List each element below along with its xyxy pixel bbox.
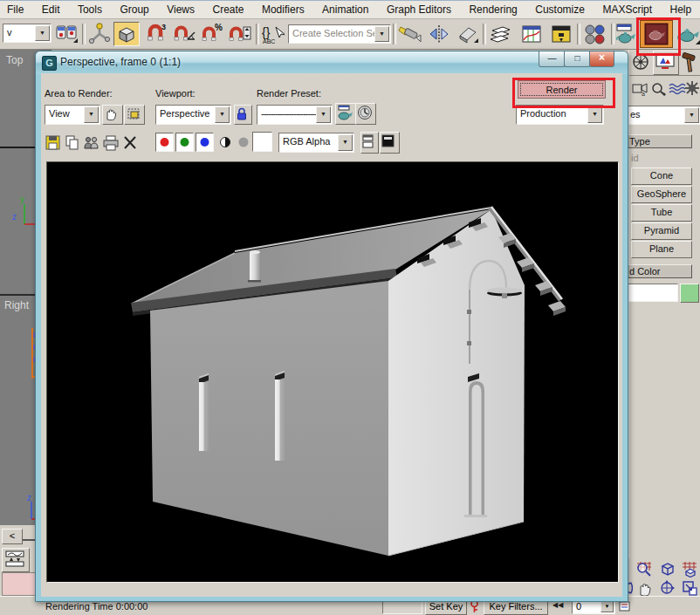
environment-effects-button[interactable] <box>355 103 376 125</box>
snaps-toggle-3d-button[interactable]: 3 <box>144 22 168 46</box>
menu-create[interactable]: Create <box>205 1 250 16</box>
menu-group[interactable]: Group <box>113 1 155 16</box>
zoom-all-button[interactable] <box>635 560 655 577</box>
menu-animation[interactable]: Animation <box>315 1 375 16</box>
menu-modifiers[interactable]: Modifiers <box>255 1 312 16</box>
panel-divider <box>629 75 700 76</box>
maximize-viewport-toggle-button[interactable] <box>681 579 700 597</box>
menu-edit[interactable]: Edit <box>35 1 67 16</box>
object-button-cone[interactable]: Cone <box>631 167 692 185</box>
category-systems-icon[interactable] <box>683 79 700 97</box>
object-button-geosphere[interactable]: GeoSphere <box>631 186 692 203</box>
curve-editor-button[interactable] <box>519 22 544 46</box>
viewport-label-top[interactable]: Top <box>6 54 23 66</box>
svg-text:{}: {} <box>262 25 271 39</box>
menu-tools[interactable]: Tools <box>71 1 109 16</box>
flashlight-icon <box>397 22 422 46</box>
chevron-down-icon[interactable]: ▼ <box>600 600 614 612</box>
clear-color-swatch[interactable] <box>252 132 272 152</box>
arc-rotate-button[interactable] <box>658 579 677 597</box>
chevron-down-icon[interactable]: ▼ <box>35 25 50 41</box>
sub-region-pan-button[interactable] <box>102 105 123 125</box>
utilities-tab[interactable] <box>680 51 699 72</box>
blue-channel-button[interactable] <box>196 133 214 152</box>
menu-views[interactable]: Views <box>160 1 202 16</box>
zoom-extents-button[interactable] <box>658 560 677 577</box>
pan-view-button[interactable] <box>635 579 655 597</box>
render-window-title-bar[interactable]: G Perspective, frame 0 (1:1) — □ × <box>36 51 628 74</box>
minimize-button[interactable]: — <box>539 51 566 67</box>
select-and-link-button[interactable] <box>54 22 79 46</box>
menu-maxscript[interactable]: MAXScript <box>595 1 659 16</box>
menu-customize[interactable]: Customize <box>528 1 592 16</box>
named-selection-set-combo[interactable]: Create Selection Set ▼ <box>288 24 391 44</box>
mirror-button[interactable] <box>427 22 451 46</box>
render-setup-dialog-button[interactable] <box>335 103 356 125</box>
selection-filter-combo[interactable]: v ▼ <box>3 24 51 43</box>
edit-named-selection-sets-button[interactable]: {}ABC <box>260 22 285 46</box>
chevron-down-icon[interactable]: ▼ <box>215 106 230 123</box>
print-image-button[interactable] <box>102 134 121 152</box>
align-button[interactable] <box>455 22 479 46</box>
monochrome-button[interactable] <box>235 133 252 152</box>
mini-curve-editor-button[interactable] <box>2 548 30 572</box>
alpha-channel-button[interactable] <box>216 133 234 152</box>
edit-region-button[interactable] <box>124 105 145 125</box>
go-to-start-button[interactable]: ◀◀ <box>552 601 563 609</box>
object-button-plane[interactable]: Plane <box>631 241 692 258</box>
red-channel-button[interactable] <box>155 133 174 152</box>
menu-file[interactable]: File <box>0 1 31 16</box>
rendered-image-viewport[interactable] <box>46 161 619 583</box>
layer-channel-button[interactable] <box>360 132 379 154</box>
category-cameras-icon[interactable]: a <box>631 81 649 97</box>
object-button-tube[interactable]: Tube <box>631 204 692 222</box>
zoom-extents-all-button[interactable] <box>681 560 700 577</box>
material-editor-button[interactable] <box>582 22 607 46</box>
name-color-rollout[interactable]: d Color <box>626 264 692 278</box>
select-and-manipulate-button[interactable] <box>87 22 112 46</box>
object-color-swatch[interactable] <box>680 284 699 303</box>
save-image-button[interactable] <box>45 134 64 152</box>
maxscript-mini-listener-pink[interactable] <box>2 572 37 596</box>
chevron-down-icon[interactable]: ▼ <box>84 106 99 123</box>
chevron-down-icon[interactable]: ▼ <box>316 106 331 123</box>
window-crossing-toggle-button[interactable] <box>113 22 140 46</box>
lock-viewport-button[interactable] <box>234 105 252 125</box>
channel-display-combo[interactable]: RGB Alpha ▼ <box>278 133 354 153</box>
schematic-view-button[interactable] <box>549 22 573 46</box>
clear-image-button[interactable] <box>122 134 140 152</box>
percent-snap-toggle-button[interactable]: % <box>200 22 224 46</box>
toggle-ui-button[interactable] <box>380 132 400 154</box>
chevron-down-icon[interactable]: ▼ <box>374 26 389 42</box>
green-channel-button[interactable] <box>175 133 194 152</box>
object-name-field[interactable] <box>626 284 678 302</box>
copy-image-button[interactable] <box>64 134 83 152</box>
menu-graph-editors[interactable]: Graph Editors <box>380 1 458 16</box>
material-spheres-icon <box>582 22 607 46</box>
primitives-dropdown[interactable]: es ▼ <box>626 106 700 125</box>
curve-editor-icon <box>519 22 544 46</box>
render-preset-combo[interactable]: ------------------------ ▼ <box>257 105 333 125</box>
close-button[interactable]: × <box>589 51 614 67</box>
menu-rendering[interactable]: Rendering <box>462 1 524 16</box>
manipulate-icon <box>87 22 112 46</box>
clone-window-button[interactable] <box>83 134 102 152</box>
area-to-render-combo[interactable]: View ▼ <box>45 105 100 125</box>
motion-tab[interactable] <box>632 53 649 71</box>
layer-manager-button[interactable] <box>488 22 512 46</box>
place-highlight-button[interactable] <box>397 22 422 46</box>
track-bar-left-button[interactable]: < <box>2 529 23 544</box>
angle-snap-toggle-button[interactable] <box>172 22 196 46</box>
chevron-down-icon[interactable]: ▼ <box>587 106 602 123</box>
menu-help[interactable]: Help <box>663 1 699 16</box>
chevron-down-icon[interactable]: ▼ <box>338 134 353 151</box>
maximize-button[interactable]: □ <box>564 51 591 67</box>
spinner-snap-toggle-button[interactable] <box>228 22 252 46</box>
viewport-label-right[interactable]: Right <box>4 299 29 311</box>
object-type-rollout[interactable]: Type <box>626 134 692 148</box>
category-helpers-icon[interactable] <box>650 81 668 97</box>
object-button-pyramid[interactable]: Pyramid <box>631 222 692 240</box>
chevron-down-icon[interactable]: ▼ <box>684 107 699 123</box>
render-setup-button[interactable] <box>614 22 638 46</box>
viewport-combo[interactable]: Perspective ▼ <box>155 105 231 125</box>
